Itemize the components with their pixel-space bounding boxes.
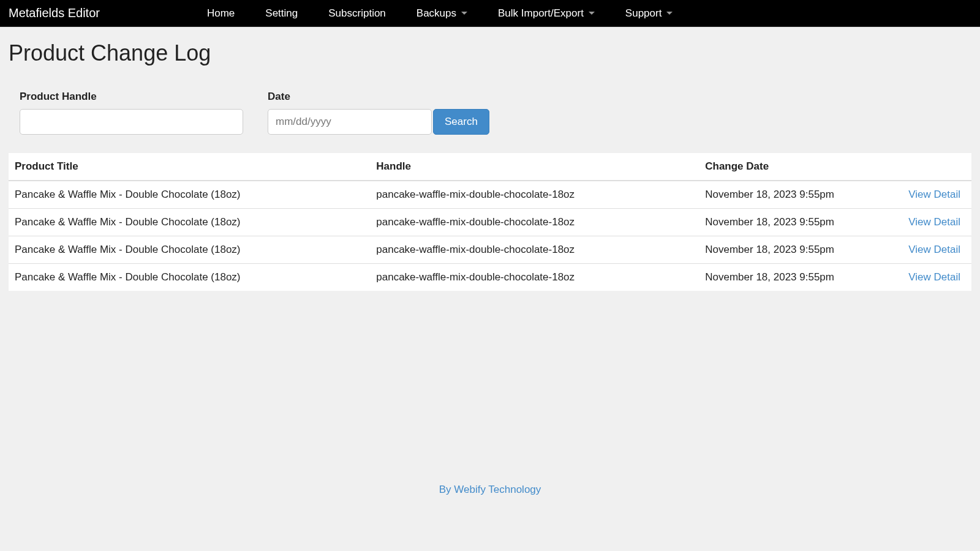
footer: By Webify Technology: [0, 484, 980, 496]
page-title: Product Change Log: [0, 27, 980, 73]
cell-change-date: November 18, 2023 9:55pm: [699, 209, 896, 236]
nav-backups[interactable]: Backups: [401, 0, 483, 27]
filter-handle-group: Product Handle: [20, 91, 243, 135]
header-product-title: Product Title: [9, 153, 370, 181]
cell-handle: pancake-waffle-mix-double-chocolate-18oz: [370, 236, 699, 264]
top-navbar: Metafields Editor Home Setting Subscript…: [0, 0, 980, 27]
nav-subscription[interactable]: Subscription: [313, 0, 401, 27]
cell-action: View Detail: [896, 264, 971, 291]
changelog-table: Product Title Handle Change Date Pancake…: [9, 153, 971, 291]
table-row: Pancake & Waffle Mix - Double Chocolate …: [9, 209, 971, 236]
navbar-menu: Home Setting Subscription Backups Bulk I…: [192, 0, 688, 27]
footer-credit-link[interactable]: By Webify Technology: [439, 484, 541, 495]
cell-product-title: Pancake & Waffle Mix - Double Chocolate …: [9, 181, 370, 209]
cell-change-date: November 18, 2023 9:55pm: [699, 264, 896, 291]
view-detail-link[interactable]: View Detail: [908, 189, 960, 200]
table-row: Pancake & Waffle Mix - Double Chocolate …: [9, 264, 971, 291]
cell-handle: pancake-waffle-mix-double-chocolate-18oz: [370, 209, 699, 236]
search-button[interactable]: Search: [433, 109, 489, 135]
view-detail-link[interactable]: View Detail: [908, 271, 960, 283]
cell-action: View Detail: [896, 181, 971, 209]
chevron-down-icon: [589, 12, 595, 15]
nav-home-label: Home: [207, 7, 235, 20]
cell-handle: pancake-waffle-mix-double-chocolate-18oz: [370, 181, 699, 209]
cell-handle: pancake-waffle-mix-double-chocolate-18oz: [370, 264, 699, 291]
cell-product-title: Pancake & Waffle Mix - Double Chocolate …: [9, 264, 370, 291]
cell-product-title: Pancake & Waffle Mix - Double Chocolate …: [9, 236, 370, 264]
cell-action: View Detail: [896, 236, 971, 264]
chevron-down-icon: [666, 12, 673, 15]
nav-subscription-label: Subscription: [328, 7, 386, 20]
nav-support[interactable]: Support: [610, 0, 688, 27]
filter-handle-label: Product Handle: [20, 91, 243, 103]
nav-bulk-label: Bulk Import/Export: [498, 7, 584, 20]
filter-date-group: Date Search: [268, 91, 489, 135]
date-input[interactable]: [268, 109, 432, 135]
nav-bulk-import-export[interactable]: Bulk Import/Export: [483, 0, 610, 27]
changelog-table-container: Product Title Handle Change Date Pancake…: [9, 153, 971, 291]
filter-date-label: Date: [268, 91, 489, 103]
header-action: [896, 153, 971, 181]
table-header-row: Product Title Handle Change Date: [9, 153, 971, 181]
table-row: Pancake & Waffle Mix - Double Chocolate …: [9, 236, 971, 264]
header-handle: Handle: [370, 153, 699, 181]
header-change-date: Change Date: [699, 153, 896, 181]
product-handle-input[interactable]: [20, 109, 243, 135]
cell-product-title: Pancake & Waffle Mix - Double Chocolate …: [9, 209, 370, 236]
view-detail-link[interactable]: View Detail: [908, 244, 960, 255]
app-brand: Metafields Editor: [9, 6, 100, 20]
date-search-row: Search: [268, 109, 489, 135]
nav-setting[interactable]: Setting: [250, 0, 313, 27]
nav-home[interactable]: Home: [192, 0, 250, 27]
cell-action: View Detail: [896, 209, 971, 236]
nav-support-label: Support: [625, 7, 662, 20]
filter-form: Product Handle Date Search: [0, 73, 980, 153]
view-detail-link[interactable]: View Detail: [908, 216, 960, 228]
table-row: Pancake & Waffle Mix - Double Chocolate …: [9, 181, 971, 209]
nav-backups-label: Backups: [417, 7, 456, 20]
cell-change-date: November 18, 2023 9:55pm: [699, 236, 896, 264]
chevron-down-icon: [461, 12, 467, 15]
cell-change-date: November 18, 2023 9:55pm: [699, 181, 896, 209]
nav-setting-label: Setting: [265, 7, 298, 20]
